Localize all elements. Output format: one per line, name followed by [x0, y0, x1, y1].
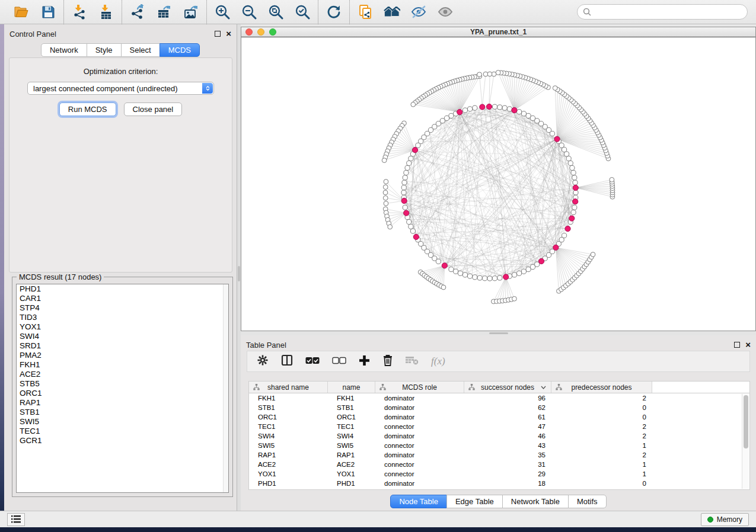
ring-node[interactable]	[521, 111, 526, 116]
ring-node[interactable]	[516, 271, 521, 275]
column-header-predecessor-nodes[interactable]: predecessor nodes	[551, 382, 652, 393]
ring-node[interactable]	[409, 224, 413, 229]
tab-network[interactable]: Network	[41, 43, 87, 57]
cell-predecessor-nodes[interactable]: 1	[551, 461, 652, 468]
mcds-hub-node[interactable]	[480, 104, 485, 110]
ring-node[interactable]	[462, 108, 467, 113]
cell-shared-name[interactable]: ORC1	[249, 414, 328, 421]
ring-node[interactable]	[410, 229, 415, 233]
leaf-node[interactable]	[411, 102, 416, 107]
add-column-icon[interactable]	[359, 355, 370, 368]
leaf-node[interactable]	[383, 196, 388, 200]
ring-node[interactable]	[507, 107, 512, 111]
leaf-node[interactable]	[512, 296, 516, 301]
cell-successor-nodes[interactable]: 47	[464, 423, 551, 430]
duplicate-network-icon[interactable]	[357, 4, 374, 20]
ring-node[interactable]	[473, 275, 477, 280]
leaf-node[interactable]	[496, 70, 500, 75]
cell-shared-name[interactable]: STB1	[249, 404, 328, 411]
cell-name[interactable]: ORC1	[328, 414, 375, 421]
mcds-hub-node[interactable]	[538, 258, 544, 264]
ring-node[interactable]	[487, 276, 492, 281]
save-session-icon[interactable]	[40, 4, 56, 20]
float-panel-icon[interactable]	[215, 31, 221, 37]
export-network-icon[interactable]	[129, 4, 146, 20]
cell-shared-name[interactable]: SWI5	[249, 442, 328, 449]
zoom-out-icon[interactable]	[241, 4, 257, 20]
ring-node[interactable]	[449, 267, 454, 271]
zoom-in-icon[interactable]	[214, 4, 231, 20]
cell-MCDS-role[interactable]: connector	[375, 423, 464, 430]
tab-motifs[interactable]: Motifs	[568, 495, 607, 508]
cell-successor-nodes[interactable]: 46	[464, 432, 551, 440]
leaf-node[interactable]	[477, 72, 482, 77]
mcds-hub-node[interactable]	[413, 234, 419, 239]
hide-selected-icon[interactable]	[410, 4, 427, 20]
ring-node[interactable]	[407, 219, 412, 224]
leaf-node[interactable]	[388, 225, 393, 229]
ring-node[interactable]	[403, 175, 407, 180]
show-columns-icon[interactable]	[281, 354, 293, 368]
search-input[interactable]	[591, 8, 742, 16]
close-table-panel-icon[interactable]: ×	[745, 342, 751, 348]
global-search[interactable]	[577, 4, 748, 20]
cell-MCDS-role[interactable]: dominator	[375, 395, 464, 402]
ring-node[interactable]	[473, 105, 477, 110]
mcds-hub-node[interactable]	[486, 104, 492, 109]
cell-shared-name[interactable]: FKH1	[249, 395, 328, 402]
list-scrollbar[interactable]	[223, 284, 228, 492]
ring-node[interactable]	[492, 276, 497, 281]
column-header-successor-nodes[interactable]: successor nodes	[464, 382, 551, 393]
ring-node[interactable]	[573, 190, 578, 195]
ring-node[interactable]	[572, 205, 577, 210]
cell-name[interactable]: FKH1	[328, 395, 375, 402]
ring-node[interactable]	[568, 161, 573, 165]
memory-button[interactable]: Memory	[701, 513, 749, 526]
mcds-result-item[interactable]: TEC1	[17, 427, 228, 436]
mcds-hub-node[interactable]	[412, 148, 417, 153]
cell-shared-name[interactable]: RAP1	[249, 451, 328, 459]
ring-node[interactable]	[403, 205, 407, 210]
open-file-icon[interactable]	[13, 4, 30, 20]
ring-node[interactable]	[502, 105, 507, 110]
leaf-node[interactable]	[382, 158, 387, 163]
ring-node[interactable]	[526, 267, 531, 271]
ring-node[interactable]	[416, 143, 420, 148]
mcds-hub-node[interactable]	[573, 185, 578, 190]
close-panel-icon[interactable]: ×	[226, 31, 231, 37]
ring-node[interactable]	[566, 156, 571, 161]
network-window-titlebar[interactable]: YPA_prune.txt_1	[241, 27, 755, 37]
network-canvas[interactable]	[241, 37, 755, 331]
cell-name[interactable]: TEC1	[328, 423, 375, 430]
mcds-result-item[interactable]: YOX1	[17, 322, 228, 332]
refresh-view-icon[interactable]	[326, 4, 342, 20]
scrollbar-thumb[interactable]	[744, 395, 748, 448]
criterion-select[interactable]: largest connected component (undirected)	[27, 82, 214, 95]
ring-node[interactable]	[462, 273, 467, 277]
export-table-icon[interactable]	[156, 4, 173, 20]
table-settings-icon[interactable]	[257, 354, 269, 368]
cell-MCDS-role[interactable]: dominator	[375, 404, 464, 411]
cell-name[interactable]: RAP1	[328, 451, 375, 459]
ring-node[interactable]	[571, 170, 576, 175]
mcds-result-item[interactable]: STB5	[17, 379, 228, 389]
mcds-hub-node[interactable]	[553, 245, 559, 250]
tab-edge-table[interactable]: Edge Table	[446, 495, 503, 508]
cell-MCDS-role[interactable]: dominator	[375, 432, 464, 440]
mcds-result-item[interactable]: SWI5	[17, 417, 228, 427]
ring-node[interactable]	[477, 275, 482, 280]
ring-node[interactable]	[401, 185, 406, 190]
mcds-result-item[interactable]: STP4	[17, 303, 228, 313]
ring-node[interactable]	[573, 180, 578, 185]
leaf-node[interactable]	[553, 86, 557, 91]
cell-predecessor-nodes[interactable]: 2	[551, 451, 652, 459]
ring-node[interactable]	[564, 152, 569, 156]
leaf-node[interactable]	[384, 180, 388, 184]
cell-successor-nodes[interactable]: 29	[464, 470, 551, 477]
mcds-result-item[interactable]: SRD1	[17, 341, 228, 351]
deselect-all-icon[interactable]	[332, 356, 346, 367]
cell-successor-nodes[interactable]: 31	[464, 461, 551, 468]
ring-node[interactable]	[562, 233, 566, 238]
import-table-icon[interactable]	[98, 4, 114, 20]
delete-column-icon[interactable]	[382, 354, 393, 368]
